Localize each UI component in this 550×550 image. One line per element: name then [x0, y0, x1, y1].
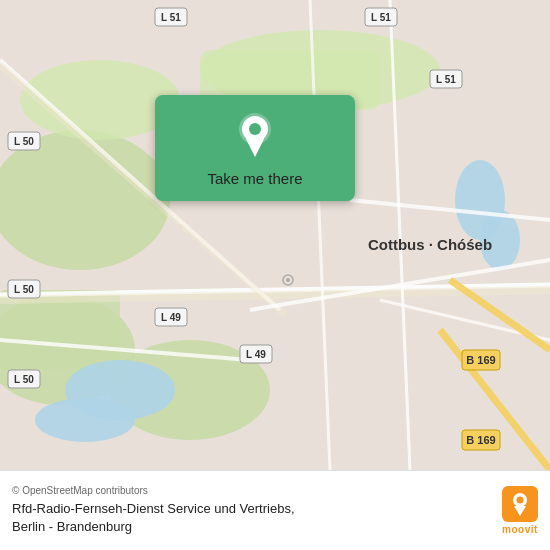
svg-marker-50: [246, 139, 264, 157]
svg-text:L 51: L 51: [371, 12, 391, 23]
location-pin-icon: [236, 113, 274, 158]
location-name: Rfd-Radio-Fernseh-Dienst Service und Ver…: [12, 501, 295, 516]
moovit-icon: [502, 486, 538, 522]
svg-text:B 169: B 169: [466, 434, 495, 446]
location-title: Rfd-Radio-Fernseh-Dienst Service und Ver…: [12, 500, 492, 536]
osm-attribution: © OpenStreetMap contributors: [12, 485, 492, 496]
take-me-there-label: Take me there: [207, 170, 302, 187]
svg-point-53: [517, 497, 524, 504]
svg-text:L 50: L 50: [14, 374, 34, 385]
svg-point-49: [249, 123, 261, 135]
svg-text:L 50: L 50: [14, 284, 34, 295]
svg-text:Cottbus · Chóśeb: Cottbus · Chóśeb: [368, 236, 492, 253]
svg-text:L 50: L 50: [14, 136, 34, 147]
take-me-there-button[interactable]: Take me there: [155, 95, 355, 201]
location-sub: Berlin - Brandenburg: [12, 519, 132, 534]
map-view[interactable]: L 50 L 50 L 50 L 51 L 51 L 51 L 49 L 49 …: [0, 0, 550, 470]
svg-text:L 51: L 51: [161, 12, 181, 23]
svg-text:L 51: L 51: [436, 74, 456, 85]
bottom-bar-content: © OpenStreetMap contributors Rfd-Radio-F…: [12, 485, 492, 536]
bottom-bar: © OpenStreetMap contributors Rfd-Radio-F…: [0, 470, 550, 550]
moovit-logo: moovit: [502, 486, 538, 535]
moovit-text: moovit: [502, 524, 538, 535]
svg-point-11: [35, 398, 135, 442]
svg-text:L 49: L 49: [161, 312, 181, 323]
svg-text:L 49: L 49: [246, 349, 266, 360]
svg-point-46: [286, 278, 290, 282]
svg-text:B 169: B 169: [466, 354, 495, 366]
